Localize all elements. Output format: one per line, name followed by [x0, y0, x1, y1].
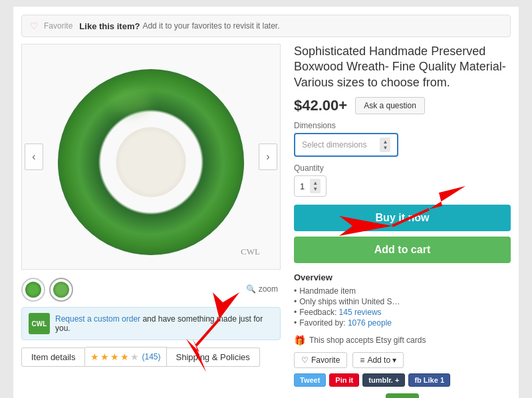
overview-item-3: Feedback: 145 reviews	[294, 307, 511, 318]
thumbnail-2[interactable]	[49, 278, 73, 302]
gift-cards-text: This shop accepts Etsy gift cards	[309, 336, 426, 345]
select-arrows-icon: ▲ ▼	[380, 138, 390, 152]
tab-shipping[interactable]: Shipping & Policies	[167, 348, 260, 367]
fb-like-button[interactable]: fb Like 1	[408, 373, 450, 387]
thumbnail-row	[21, 278, 73, 302]
tumblr-button[interactable]: tumblr. +	[362, 373, 405, 387]
list-icon: ≡	[360, 355, 364, 365]
product-price: $42.00+	[294, 97, 347, 114]
favorite-label-small: Favorite	[44, 21, 72, 31]
social-row: Tweet Pin it tumblr. + fb Like 1	[294, 373, 511, 387]
heart-icon-small: ♡	[301, 355, 309, 365]
product-image-column: CWL ‹ › 🔍 zoom	[21, 44, 281, 398]
product-detail-column: Sophisticated Handmade Preserved Boxwood…	[294, 44, 511, 398]
quantity-stepper[interactable]: 1 ▲ ▼	[294, 175, 327, 197]
overview-item-4: Favorited by: 1076 people	[294, 318, 511, 328]
product-image	[58, 69, 244, 255]
price-row: $42.00+ Ask a question	[294, 97, 511, 114]
ask-question-button[interactable]: Ask a question	[355, 97, 425, 114]
overview-item-1: Handmade item	[294, 286, 511, 296]
quantity-value: 1	[300, 181, 305, 191]
like-this-item-subtitle: Add it to your favorites to revisit it l…	[142, 21, 279, 31]
gift-icon: 🎁	[294, 335, 305, 346]
feedback-link[interactable]: 145 reviews	[339, 308, 382, 317]
heart-icon: ♡	[30, 21, 39, 31]
gift-cards-row: 🎁 This shop accepts Etsy gift cards	[294, 335, 511, 346]
favorite-button[interactable]: ♡ Favorite	[294, 352, 347, 368]
bottom-tabs: Item details ★ ★ ★ ★ ★ (145) Shipping & …	[21, 347, 281, 367]
quantity-label: Quantity	[294, 163, 511, 173]
image-prev-arrow[interactable]: ‹	[25, 144, 43, 170]
request-custom-order-link[interactable]: Request a custom order	[55, 314, 140, 324]
buy-now-button[interactable]: Buy it now	[294, 205, 511, 231]
dimensions-row: Select dimensions ▲ ▼	[294, 133, 511, 157]
overview-item-2: Only ships within United S…	[294, 296, 511, 307]
custom-order-bar: CWL Request a custom order and have some…	[21, 307, 281, 340]
dimensions-label: Dimensions	[294, 121, 511, 130]
pin-button[interactable]: Pin it	[329, 373, 359, 387]
favorited-link[interactable]: 1076 people	[348, 318, 392, 328]
overview-section: Overview Handmade item Only ships within…	[294, 272, 511, 328]
thumbnail-1[interactable]	[21, 278, 45, 302]
star-5: ★	[130, 351, 139, 362]
shop-section: CWL CraftsWorldLady in United States	[294, 393, 511, 398]
star-3: ★	[110, 351, 119, 362]
add-to-cart-button[interactable]: Add to cart	[294, 237, 511, 263]
overview-title: Overview	[294, 272, 511, 282]
review-count-tab: (145)	[142, 352, 160, 361]
custom-order-text: Request a custom order and have somethin…	[55, 314, 273, 333]
product-title: Sophisticated Handmade Preserved Boxwood…	[294, 44, 511, 90]
stars-container: ★ ★ ★ ★ ★ (145)	[85, 347, 166, 367]
star-4: ★	[120, 351, 129, 362]
quantity-row: Quantity 1 ▲ ▼	[294, 163, 511, 197]
overview-list: Handmade item Only ships within United S…	[294, 286, 511, 328]
tweet-button[interactable]: Tweet	[294, 373, 326, 387]
quantity-arrows-icon: ▲ ▼	[310, 179, 321, 193]
add-to-button[interactable]: ≡ Add to ▾	[352, 352, 404, 368]
product-image-container: CWL ‹ ›	[21, 44, 281, 270]
shop-icon-small: CWL	[29, 313, 50, 334]
zoom-control[interactable]: 🔍 zoom	[246, 282, 281, 294]
like-this-item-title: Like this item?	[79, 21, 140, 31]
favorite-bar: ♡ Favorite Like this item? Add it to you…	[21, 15, 511, 37]
dimensions-select[interactable]: Select dimensions ▲ ▼	[294, 133, 398, 157]
shop-avatar: CWL	[386, 393, 419, 398]
image-signature: CWL	[241, 247, 260, 257]
star-1: ★	[90, 351, 99, 362]
tab-item-details[interactable]: Item details	[21, 348, 85, 367]
image-next-arrow[interactable]: ›	[259, 144, 277, 170]
star-2: ★	[100, 351, 109, 362]
action-row: ♡ Favorite ≡ Add to ▾	[294, 352, 511, 368]
